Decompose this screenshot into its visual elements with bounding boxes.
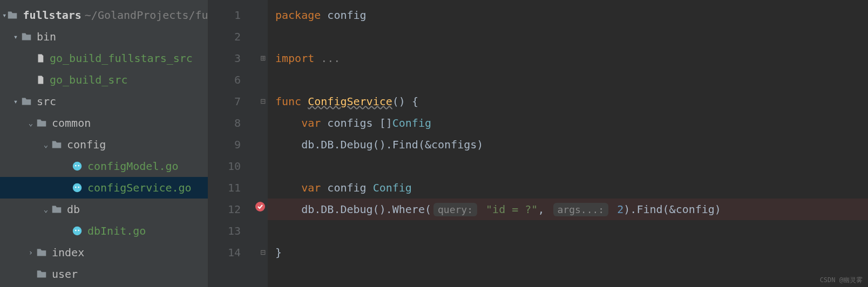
line-number: 8 (208, 112, 268, 134)
tree-label: src (37, 95, 56, 108)
line-number: 9 (208, 134, 268, 155)
inlay-hint: args...: (553, 203, 609, 216)
go-file-icon (71, 160, 83, 172)
chevron-right-icon: › (26, 248, 36, 257)
line-gutter: 1 2 3⊞ 6 7⊟ 8 9 10 11 12 13 14⊟ (208, 0, 268, 287)
breakpoint-icon[interactable] (255, 199, 266, 220)
tree-item-file[interactable]: go_build_fullstars_src (0, 47, 208, 69)
tree-label: index (52, 246, 84, 259)
tree-item-src[interactable]: ▾ src (0, 91, 208, 112)
chevron-down-icon: ▾ (11, 97, 21, 106)
line-number: 1 (208, 4, 268, 26)
svg-point-5 (78, 187, 79, 188)
code-line: var configs []Config (268, 112, 868, 134)
root-path: ~/GolandProjects/ful (85, 9, 215, 22)
fold-collapsed-icon[interactable]: ⊞ (260, 47, 266, 69)
code-line: var config Config (268, 177, 868, 199)
folder-icon (21, 95, 32, 107)
folder-icon (6, 9, 18, 21)
tree-item-user[interactable]: user (0, 263, 208, 285)
folder-icon (36, 117, 48, 129)
tree-item-go-file[interactable]: dbInit.go (0, 220, 208, 242)
folder-icon (36, 268, 48, 280)
line-number: 12 (208, 199, 268, 220)
svg-point-9 (255, 202, 265, 211)
tree-item-config[interactable]: ⌄ config (0, 134, 208, 155)
tree-label: go_build_fullstars_src (50, 52, 193, 65)
fold-close-icon[interactable]: ⊟ (260, 242, 266, 263)
tree-root[interactable]: ▾ fullstars ~/GolandProjects/ful (0, 4, 208, 26)
tree-label: config (67, 138, 106, 151)
line-number: 14⊟ (208, 242, 268, 263)
code-line (268, 26, 868, 47)
code-line (268, 155, 868, 177)
tree-label: configModel.go (87, 160, 179, 173)
tree-label: db (67, 203, 80, 216)
go-file-icon (71, 182, 83, 194)
tree-label: dbInit.go (87, 224, 146, 237)
line-number: 2 (208, 26, 268, 47)
chevron-down-icon: ▾ (11, 32, 21, 41)
line-number: 7⊟ (208, 91, 268, 112)
code-editor[interactable]: 1 2 3⊞ 6 7⊟ 8 9 10 11 12 13 14⊟ package … (208, 0, 868, 287)
folder-icon (51, 139, 63, 151)
watermark: CSDN @幽灵雾 (820, 276, 863, 285)
tree-label: bin (37, 30, 56, 43)
tree-label: go_build_src (50, 73, 128, 86)
svg-point-0 (73, 162, 82, 171)
tree-item-go-file-selected[interactable]: configService.go (0, 177, 208, 199)
svg-point-4 (75, 187, 77, 188)
code-line: import ... (268, 47, 868, 69)
svg-point-2 (78, 165, 79, 167)
tree-item-file[interactable]: go_build_src (0, 69, 208, 91)
tree-item-common[interactable]: ⌄ common (0, 112, 208, 134)
code-area[interactable]: package config import ... func ConfigSer… (268, 0, 868, 287)
tree-label: configService.go (87, 181, 192, 194)
line-number: 6 (208, 69, 268, 91)
chevron-down-icon: ⌄ (26, 119, 36, 127)
line-number: 11 (208, 177, 268, 199)
file-icon (36, 74, 45, 86)
code-line: package config (268, 4, 868, 26)
code-line-breakpoint: db.DB.Debug().Where(query: "id = ?", arg… (268, 199, 868, 220)
chevron-down-icon: ▾ (2, 11, 6, 19)
file-icon (36, 52, 45, 64)
code-line (268, 69, 868, 91)
folder-icon (51, 203, 63, 215)
tree-item-bin[interactable]: ▾ bin (0, 26, 208, 47)
line-number: 3⊞ (208, 47, 268, 69)
svg-point-6 (73, 227, 82, 236)
line-number: 13 (208, 220, 268, 242)
chevron-down-icon: ⌄ (41, 140, 51, 149)
chevron-down-icon: ⌄ (41, 205, 51, 214)
line-number: 10 (208, 155, 268, 177)
code-line (268, 220, 868, 242)
project-tree: ▾ fullstars ~/GolandProjects/ful ▾ bin g… (0, 0, 208, 287)
folder-icon (21, 31, 32, 43)
svg-point-1 (75, 165, 77, 167)
tree-label: user (52, 268, 78, 281)
root-name: fullstars (23, 9, 81, 22)
folder-icon (36, 247, 48, 258)
svg-point-7 (75, 230, 77, 231)
tree-item-db[interactable]: ⌄ db (0, 199, 208, 220)
inlay-hint: query: (433, 203, 477, 216)
svg-point-3 (73, 183, 82, 193)
code-line: func ConfigService() { (268, 91, 868, 112)
tree-item-index[interactable]: › index (0, 242, 208, 263)
code-line: db.DB.Debug().Find(&configs) (268, 134, 868, 155)
tree-label: common (52, 117, 91, 129)
code-line: } (268, 242, 868, 263)
fold-open-icon[interactable]: ⊟ (260, 91, 266, 112)
go-file-icon (71, 225, 83, 237)
svg-point-8 (78, 230, 79, 231)
tree-item-go-file[interactable]: configModel.go (0, 155, 208, 177)
